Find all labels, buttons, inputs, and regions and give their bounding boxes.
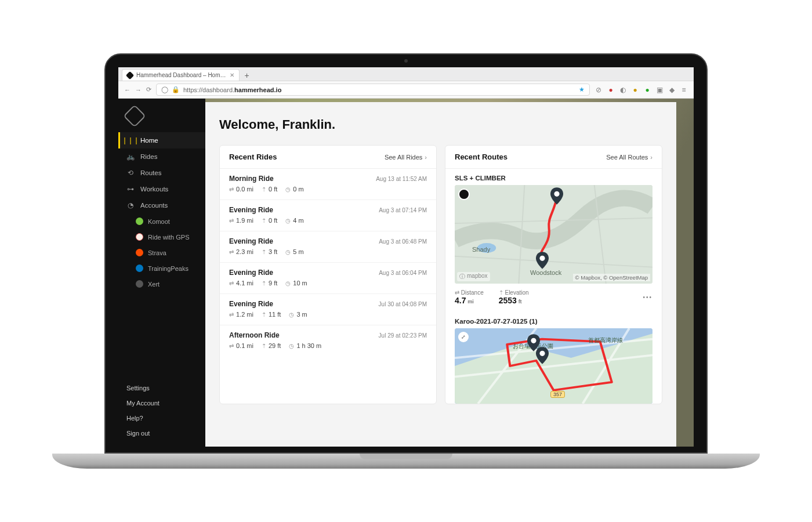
account-link-komoot[interactable]: Komoot [118, 213, 205, 229]
ride-row[interactable]: Evening RideAug 3 at 07:14 PM⇄1.9 mi⇡0 f… [220, 200, 436, 231]
bike-icon: 🚲 [126, 153, 135, 161]
sidebar-item-workouts[interactable]: ⊶ Workouts [118, 181, 205, 197]
see-all-routes-link[interactable]: See All Routes› [606, 154, 652, 161]
ext-icon[interactable]: ◆ [668, 86, 676, 94]
url-text: https://dashboard.hammerhead.io [183, 86, 281, 93]
map-place-label: Woodstock [530, 269, 561, 276]
card-recent-rides: Recent Rides See All Rides› Morning Ride… [219, 145, 437, 404]
sidebar-nav: ❘❘❘ Home 🚲 Rides ⟲ Routes ⊶ [118, 132, 205, 292]
distance-icon: ⇄ [229, 249, 234, 255]
svg-point-3 [539, 256, 545, 261]
sidebar-item-label: Accounts [140, 202, 168, 209]
map-attribution: © Mapbox, © OpenStreetMap [573, 274, 650, 281]
screen-bezel: Hammerhead Dashboard – Hom… ✕ + ← → ⟳ ◯ … [104, 53, 708, 454]
ride-stats: ⇄0.1 mi⇡29 ft◷1 h 30 m [229, 342, 427, 349]
laptop-base [52, 454, 760, 469]
ext-icon[interactable]: ● [631, 86, 639, 94]
url-bar[interactable]: ◯ 🔒 https://dashboard.hammerhead.io ★ [156, 84, 590, 96]
bookmark-star-icon[interactable]: ★ [579, 86, 585, 93]
footer-help[interactable]: Help? [118, 411, 205, 426]
sidebar-footer: Settings My Account Help? Sign out [118, 380, 205, 447]
forward-button[interactable]: → [135, 86, 142, 93]
sidebar-item-label: Rides [140, 153, 157, 160]
lock-icon: 🔒 [172, 86, 180, 93]
ride-name: Afternoon Ride [229, 331, 280, 339]
distance-icon: ⇄ [229, 343, 234, 349]
browser-tab[interactable]: Hammerhead Dashboard – Hom… ✕ [122, 69, 240, 81]
see-all-rides-link[interactable]: See All Rides› [385, 154, 427, 161]
route-item[interactable]: SLS + CLIMBER [445, 169, 662, 312]
tab-title: Hammerhead Dashboard – Hom… [136, 72, 226, 78]
ride-name: Evening Ride [229, 300, 273, 308]
duration-icon: ◷ [285, 280, 291, 287]
ride-stats: ⇄2.3 mi⇡3 ft◷5 m [229, 248, 427, 255]
ride-row[interactable]: Evening RideAug 3 at 06:04 PM⇄4.1 mi⇡9 f… [220, 263, 436, 294]
service-dot-icon [136, 233, 143, 241]
footer-sign-out[interactable]: Sign out [118, 426, 205, 441]
ext-icon[interactable]: ▣ [655, 86, 664, 94]
browser-extensions: ⊘ ● ◐ ● ● ▣ ◆ ≡ [594, 86, 688, 94]
new-tab-button[interactable]: + [240, 70, 255, 81]
sidebar-item-accounts[interactable]: ◔ Accounts [118, 197, 205, 213]
browser-tab-strip: Hammerhead Dashboard – Hom… ✕ + [118, 67, 694, 81]
mapbox-badge: ⓘ mapbox [457, 272, 490, 281]
camera-dot [404, 59, 408, 63]
route-map[interactable]: ⤢ お台場海浜公園 首都高湾岸線 357 [455, 328, 652, 404]
accounts-icon: ◔ [126, 201, 135, 209]
elevation-icon: ⇡ [262, 217, 266, 224]
route-item[interactable]: Karoo-2021-07-27-0125 (1) ⤢ [445, 312, 662, 404]
account-link-ridewithgps[interactable]: Ride with GPS [118, 229, 205, 245]
ext-icon[interactable]: ● [607, 86, 615, 94]
road-shield: 357 [550, 391, 565, 398]
ride-timestamp: Aug 3 at 06:04 PM [379, 270, 427, 276]
account-link-xert[interactable]: Xert [118, 276, 205, 292]
route-more-menu[interactable]: ••• [643, 294, 652, 300]
app-viewport: ❘❘❘ Home 🚲 Rides ⟲ Routes ⊶ [118, 99, 694, 447]
duration-icon: ◷ [289, 311, 294, 318]
center-map-icon[interactable]: ⤢ [458, 332, 469, 342]
ride-row[interactable]: Evening RideAug 3 at 06:48 PM⇄2.3 mi⇡3 f… [220, 231, 436, 263]
sidebar-item-label: Workouts [140, 186, 168, 193]
sidebar-item-home[interactable]: ❘❘❘ Home [118, 132, 205, 148]
duration-icon: ◷ [285, 249, 291, 255]
reload-button[interactable]: ⟳ [146, 86, 151, 93]
sidebar-item-rides[interactable]: 🚲 Rides [118, 148, 205, 165]
svg-point-7 [539, 351, 545, 356]
elevation-icon: ⇡ [262, 280, 266, 287]
screen: Hammerhead Dashboard – Hom… ✕ + ← → ⟳ ◯ … [118, 67, 694, 447]
ride-name: Evening Ride [229, 206, 273, 214]
footer-my-account[interactable]: My Account [118, 396, 205, 411]
map-pin-icon [536, 252, 549, 269]
ext-icon[interactable]: ⊘ [594, 86, 603, 94]
ride-row[interactable]: Afternoon RideJul 29 at 02:23 PM⇄0.1 mi⇡… [220, 325, 436, 356]
bars-icon: ❘❘❘ [126, 136, 135, 144]
dashboard-cards: Recent Rides See All Rides› Morning Ride… [219, 145, 662, 404]
center-map-icon[interactable] [458, 188, 470, 200]
ext-icon[interactable]: ◐ [619, 86, 627, 94]
route-name: SLS + CLIMBER [455, 175, 652, 182]
account-link-strava[interactable]: Strava [118, 245, 205, 260]
map-place-label: 首都高湾岸線 [588, 336, 623, 345]
browser-menu-icon[interactable]: ≡ [680, 86, 688, 94]
ride-stats: ⇄0.0 mi⇡0 ft◷0 m [229, 186, 427, 193]
ride-row[interactable]: Morning RideAug 13 at 11:52 AM⇄0.0 mi⇡0 … [220, 169, 436, 200]
ride-row[interactable]: Evening RideJul 30 at 04:08 PM⇄1.2 mi⇡11… [220, 294, 436, 325]
footer-settings[interactable]: Settings [118, 380, 205, 396]
ride-timestamp: Jul 30 at 04:08 PM [379, 301, 427, 307]
sidebar-item-routes[interactable]: ⟲ Routes [118, 165, 205, 181]
distance-icon: ⇄ [229, 217, 234, 224]
distance-icon: ⇄ [229, 311, 234, 318]
ext-icon[interactable]: ● [643, 86, 651, 94]
brand-logo-icon[interactable] [123, 104, 146, 128]
back-button[interactable]: ← [124, 86, 130, 93]
duration-icon: ◷ [285, 186, 291, 193]
svg-point-6 [531, 338, 536, 343]
distance-icon: ⇄ [229, 280, 234, 287]
ride-stats: ⇄4.1 mi⇡9 ft◷10 m [229, 280, 427, 287]
duration-icon: ◷ [289, 343, 294, 349]
route-map[interactable]: Shady Woodstock ⓘ mapbox © M [455, 185, 652, 284]
account-link-trainingpeaks[interactable]: TrainingPeaks [118, 260, 205, 276]
service-dot-icon [136, 264, 143, 272]
service-dot-icon [136, 249, 143, 256]
close-tab-icon[interactable]: ✕ [230, 72, 234, 78]
